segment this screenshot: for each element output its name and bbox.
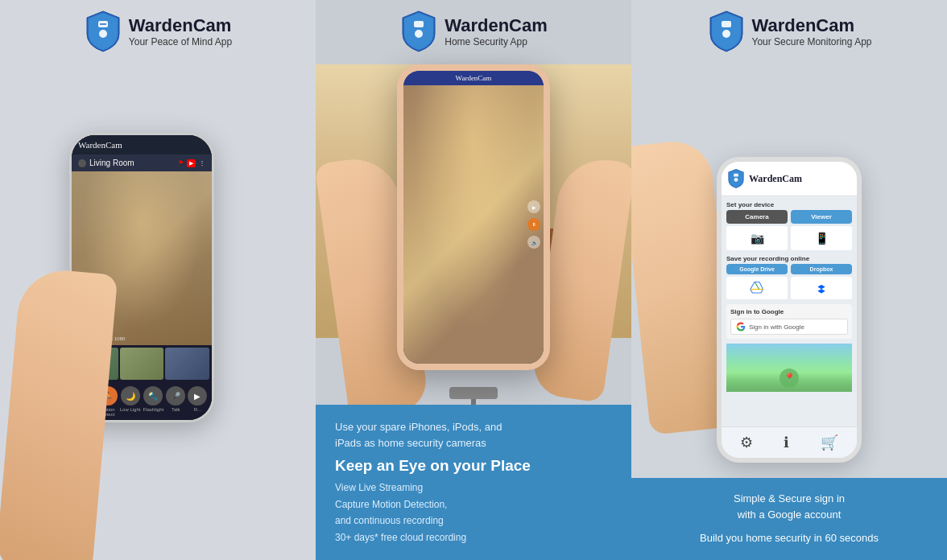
gdrive-icon [726, 277, 788, 299]
center-screen-title: WardenCam [408, 74, 539, 82]
tripod-head [449, 387, 498, 399]
cart-icon[interactable]: 🛒 [821, 434, 838, 451]
settings-icon[interactable]: ⚙ [740, 434, 753, 451]
info-detail: View Live Streaming Capture Motion Detec… [335, 480, 612, 546]
signin-label: Sign in to Google [730, 308, 848, 315]
center-info-box: Use your spare iPhones, iPods, andiPads … [316, 405, 631, 560]
right-info-text-2: Build you home security in 60 seconds [647, 530, 931, 547]
right-app-header: WardenCam [722, 162, 857, 196]
right-bottom-bar: ⚙ ℹ 🛒 [722, 426, 857, 458]
right-logo-text: WardenCam Your Secure Monitoring App [752, 15, 872, 47]
center-feed: ▶ ⏸ 🔊 [403, 85, 544, 364]
center-panel: WardenCam Home Security App WardenCam ▶ … [316, 0, 631, 560]
right-panel: WardenCam Your Secure Monitoring App [631, 0, 947, 560]
left-room-label: Living Room [78, 159, 134, 167]
set-device-label: Set your device [726, 201, 852, 208]
dropbox-button[interactable]: Dropbox [791, 264, 852, 274]
left-hand [0, 266, 118, 560]
right-header: WardenCam Your Secure Monitoring App [699, 0, 880, 60]
talk-btn[interactable]: 🎤 Talk [166, 386, 185, 412]
left-shield-icon [84, 10, 122, 53]
svg-point-6 [722, 30, 730, 38]
left-tagline: Your Peace of Mind App [129, 36, 232, 47]
center-phone-frame: WardenCam ▶ ⏸ 🔊 [397, 64, 550, 370]
google-signin-text: Sign in with Google [749, 323, 804, 331]
left-room-bar: Living Room ⚑ ▶ ⋮ [72, 154, 212, 171]
info-icon[interactable]: ℹ [784, 434, 789, 451]
outdoor-photo: 📍 [726, 344, 852, 392]
device-buttons: Camera Viewer [726, 210, 852, 224]
set-device-section: Set your device Camera Viewer 📷 📱 [726, 201, 852, 250]
svg-rect-7 [734, 174, 738, 177]
low-light-btn[interactable]: 🌙 Low Light [120, 386, 141, 412]
left-titlebar: WardenCam [72, 135, 212, 154]
left-room-icons: ⚑ ▶ ⋮ [178, 159, 205, 167]
viewer-icon-box: 📱 [791, 226, 852, 250]
right-shield-icon [707, 10, 746, 53]
left-logo-text: WardenCam Your Peace of Mind App [129, 15, 232, 47]
center-titlebar: WardenCam [403, 71, 544, 85]
google-signin-button[interactable]: Sign in with Google [730, 319, 848, 335]
right-tagline: Your Secure Monitoring App [752, 36, 872, 47]
svg-point-8 [734, 178, 738, 182]
signin-section: Sign in to Google Sign in with Google [726, 304, 852, 339]
gdrive-button[interactable]: Google Drive [726, 264, 788, 274]
ctrl-3[interactable]: 🔊 [527, 236, 540, 249]
moon-icon: 🌙 [121, 386, 140, 406]
svg-rect-5 [722, 21, 731, 27]
center-phone-screen: WardenCam ▶ ⏸ 🔊 [403, 71, 544, 364]
right-phone-container: WardenCam Set your device Camera Viewer [717, 157, 862, 463]
thumb-3 [165, 348, 209, 380]
flashlight-icon: 🔦 [143, 386, 163, 406]
right-app-name: WardenCam [752, 15, 872, 36]
center-phone-wrapper: WardenCam ▶ ⏸ 🔊 [397, 64, 550, 370]
center-shield-icon [399, 10, 438, 53]
svg-point-1 [99, 30, 107, 38]
right-screen-title: WardenCam [749, 173, 802, 185]
youtube-icon: ▶ [187, 159, 196, 167]
location-icon: 📍 [780, 369, 799, 388]
ctrl-2[interactable]: ⏸ [527, 218, 540, 231]
right-phone-screen: WardenCam Set your device Camera Viewer [722, 162, 857, 458]
save-recording-label: Save your recording online [726, 255, 852, 262]
right-content: Set your device Camera Viewer 📷 📱 [722, 196, 857, 426]
more-icon: ▶ [188, 386, 207, 406]
left-header: WardenCam Your Peace of Mind App [76, 0, 240, 60]
ctrl-1[interactable]: ▶ [527, 200, 540, 213]
right-phone-frame: WardenCam Set your device Camera Viewer [717, 157, 862, 463]
thumb-2 [120, 348, 164, 380]
viewer-button[interactable]: Viewer [791, 210, 852, 224]
svg-rect-3 [414, 21, 424, 27]
camera-button[interactable]: Camera [726, 210, 788, 224]
google-icon [736, 322, 746, 331]
info-intro: Use your spare iPhones, iPods, andiPads … [335, 419, 612, 451]
cloud-icons [726, 277, 852, 299]
left-phone-wrapper: WardenCam Living Room ⚑ ▶ ⋮ [0, 60, 316, 560]
left-screen-title: WardenCam [78, 140, 122, 150]
dropbox-icon [791, 277, 852, 299]
right-info-text-1: Simple & Secure sign inwith a Google acc… [647, 491, 931, 525]
center-header: WardenCam Home Security App [391, 0, 556, 60]
right-screen-shield [726, 168, 746, 189]
left-panel: WardenCam Your Peace of Mind App WardenC… [0, 0, 316, 560]
right-info-box: Simple & Secure sign inwith a Google acc… [631, 478, 947, 560]
device-icons: 📷 📱 [726, 226, 852, 250]
center-tagline: Home Security App [445, 36, 548, 47]
info-headline: Keep an Eye on your Place [335, 457, 612, 475]
flashlight-btn[interactable]: 🔦 Flashlight [143, 386, 164, 412]
center-app-name: WardenCam [445, 15, 548, 36]
cloud-buttons: Google Drive Dropbox [726, 264, 852, 274]
save-recording-section: Save your recording online Google Drive … [726, 255, 852, 299]
center-controls: ▶ ⏸ 🔊 [527, 200, 540, 249]
left-app-name: WardenCam [129, 15, 232, 36]
center-logo-text: WardenCam Home Security App [445, 15, 548, 47]
more-btn[interactable]: ▶ R... [188, 386, 207, 412]
camera-icon-box: 📷 [726, 226, 788, 250]
svg-point-4 [415, 30, 423, 38]
talk-icon: 🎤 [166, 386, 185, 406]
